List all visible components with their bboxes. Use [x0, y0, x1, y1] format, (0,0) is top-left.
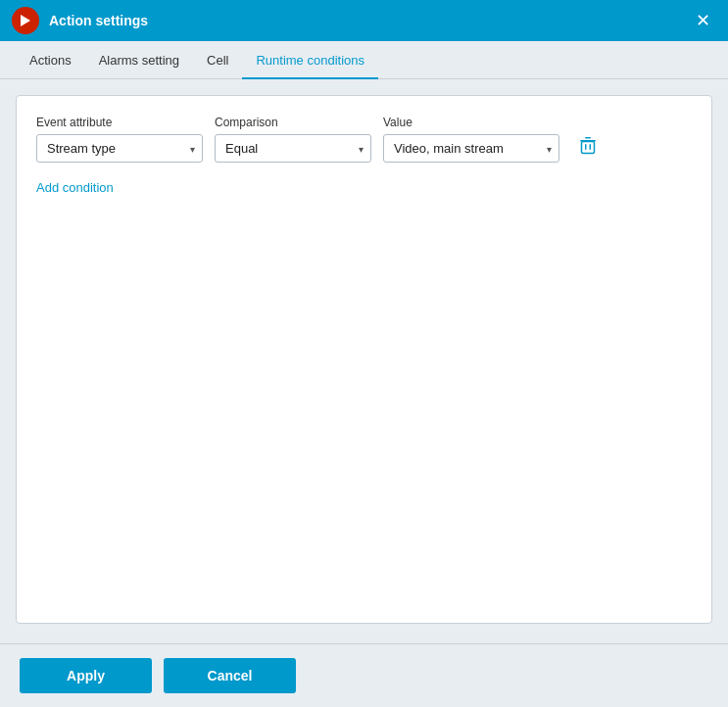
tab-alarms-setting[interactable]: Alarms setting	[85, 41, 193, 79]
comparison-wrapper: Equal Not equal Contains Not contains ▾	[215, 134, 371, 163]
close-button[interactable]: ✕	[690, 8, 716, 33]
tab-cell[interactable]: Cell	[193, 41, 242, 79]
cancel-button[interactable]: Cancel	[164, 658, 296, 693]
dialog: Action settings ✕ Actions Alarms setting…	[0, 0, 728, 707]
svg-rect-5	[590, 144, 592, 150]
comparison-select[interactable]: Equal Not equal Contains Not contains	[215, 134, 371, 163]
add-condition-link[interactable]: Add condition	[36, 180, 114, 195]
dialog-title: Action settings	[49, 13, 690, 28]
app-logo	[12, 7, 39, 34]
event-attribute-select[interactable]: Stream type Event type Camera Device	[36, 134, 203, 163]
trash-icon	[579, 136, 597, 156]
condition-row: Event attribute Stream type Event type C…	[36, 116, 692, 163]
svg-rect-3	[582, 142, 595, 154]
tab-actions[interactable]: Actions	[16, 41, 85, 79]
svg-rect-2	[585, 137, 591, 139]
svg-rect-4	[585, 144, 587, 150]
delete-condition-button[interactable]	[571, 130, 605, 162]
value-label: Value	[383, 116, 559, 129]
comparison-label: Comparison	[215, 116, 371, 129]
svg-marker-0	[21, 15, 30, 26]
value-group: Value Video, main stream Video, sub stre…	[383, 116, 559, 163]
apply-button[interactable]: Apply	[20, 658, 152, 693]
content-area: Event attribute Stream type Event type C…	[0, 79, 728, 643]
value-select[interactable]: Video, main stream Video, sub stream Aud…	[383, 134, 559, 163]
tab-runtime-conditions[interactable]: Runtime conditions	[242, 41, 378, 79]
event-attribute-label: Event attribute	[36, 116, 203, 129]
title-bar: Action settings ✕	[0, 0, 728, 41]
footer: Apply Cancel	[0, 643, 728, 707]
value-wrapper: Video, main stream Video, sub stream Aud…	[383, 134, 559, 163]
event-attribute-group: Event attribute Stream type Event type C…	[36, 116, 203, 163]
event-attribute-wrapper: Stream type Event type Camera Device ▾	[36, 134, 203, 163]
comparison-group: Comparison Equal Not equal Contains Not …	[215, 116, 371, 163]
tab-bar: Actions Alarms setting Cell Runtime cond…	[0, 41, 728, 79]
conditions-panel: Event attribute Stream type Event type C…	[16, 95, 712, 624]
